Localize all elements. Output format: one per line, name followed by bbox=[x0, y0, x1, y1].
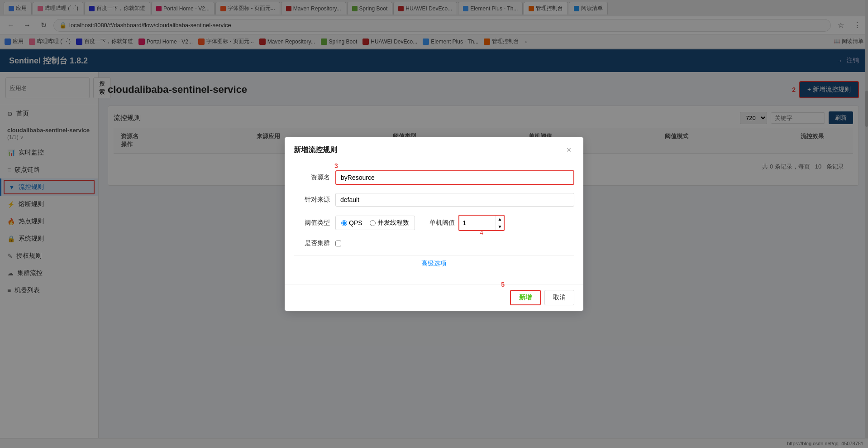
single-threshold-group: 单机阈值 4 ▲ ▼ bbox=[429, 215, 505, 231]
threshold-spinner: ▲ ▼ bbox=[458, 215, 505, 231]
cancel-button[interactable]: 取消 bbox=[544, 290, 574, 305]
resource-name-form-row: 资源名 bbox=[294, 170, 574, 185]
spinner-arrows: ▲ ▼ bbox=[496, 216, 504, 230]
threshold-value-input[interactable] bbox=[459, 217, 496, 229]
concurrent-option[interactable]: 并发线程数 bbox=[370, 219, 409, 227]
cluster-checkbox[interactable] bbox=[335, 241, 341, 246]
qps-option[interactable]: QPS bbox=[341, 219, 362, 226]
increment-button[interactable]: ▲ bbox=[496, 216, 504, 223]
cluster-label: 是否集群 bbox=[294, 239, 330, 247]
advanced-options-link[interactable]: 高级选项 bbox=[421, 260, 447, 267]
add-flow-rule-dialog: 新增流控规则 × 3 资源名 针对来源 阈值类型 bbox=[285, 137, 583, 311]
modal-title: 新增流控规则 bbox=[294, 145, 337, 155]
cluster-form-row: 是否集群 bbox=[294, 239, 574, 247]
threshold-type-row: 阈值类型 QPS 并发线程数 单机阈值 4 bbox=[294, 215, 574, 231]
threshold-input-wrapper: 4 ▲ ▼ bbox=[458, 215, 505, 231]
modal-header: 新增流控规则 × bbox=[285, 137, 583, 161]
qps-label: QPS bbox=[349, 219, 362, 226]
threshold-type-label: 阈值类型 bbox=[294, 219, 330, 227]
advanced-options-section: 高级选项 bbox=[294, 255, 574, 271]
annotation-5: 5 bbox=[501, 281, 505, 288]
submit-area: 5 新增 bbox=[510, 290, 541, 305]
source-label: 针对来源 bbox=[294, 196, 330, 204]
concurrent-radio[interactable] bbox=[370, 220, 376, 226]
annotation-3: 3 bbox=[334, 162, 338, 169]
modal-overlay: 新增流控规则 × 3 资源名 针对来源 阈值类型 bbox=[0, 0, 868, 448]
modal-body: 3 资源名 针对来源 阈值类型 QPS bbox=[285, 161, 583, 284]
resource-name-label: 资源名 bbox=[294, 173, 330, 182]
modal-close-button[interactable]: × bbox=[563, 145, 574, 155]
resource-name-input[interactable] bbox=[335, 170, 574, 185]
concurrent-label: 并发线程数 bbox=[377, 219, 409, 227]
threshold-type-radio-group: QPS 并发线程数 bbox=[335, 216, 415, 230]
decrement-button[interactable]: ▼ bbox=[496, 223, 504, 231]
modal-footer: 5 新增 取消 bbox=[285, 284, 583, 311]
submit-button[interactable]: 新增 bbox=[510, 290, 541, 305]
resource-name-row: 3 资源名 bbox=[294, 170, 574, 185]
single-threshold-label: 单机阈值 bbox=[429, 219, 455, 227]
source-form-row: 针对来源 bbox=[294, 193, 574, 207]
qps-radio[interactable] bbox=[341, 220, 347, 226]
annotation-4: 4 bbox=[480, 229, 483, 236]
source-input[interactable] bbox=[335, 193, 574, 207]
